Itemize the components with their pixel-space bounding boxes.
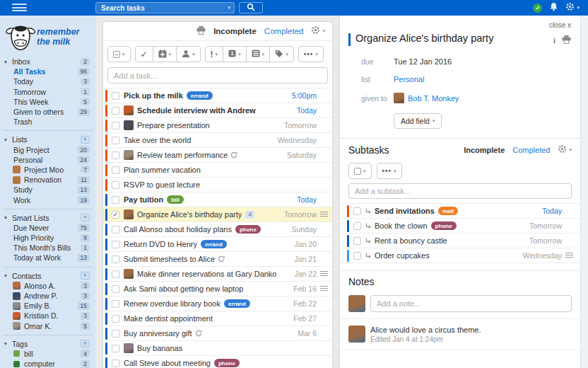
more-actions-button[interactable]: ••• ▾ (298, 46, 324, 62)
task-row[interactable]: ✓Organize Alice's birthday party4Tomorro… (103, 207, 332, 222)
tag-pill-errand[interactable]: errand (224, 299, 250, 308)
task-checkbox[interactable] (112, 285, 119, 293)
task-checkbox[interactable] (353, 207, 361, 215)
sidebar-item-today-at-work[interactable]: Today at Work13 (0, 253, 95, 263)
task-row[interactable]: Prepare presentationTomorrow (103, 118, 332, 133)
task-checkbox[interactable] (112, 330, 119, 338)
settings-menu[interactable]: ▾ (565, 1, 580, 14)
sidebar-item-project-moo[interactable]: Project Moo7 (0, 165, 95, 175)
subtask-row[interactable]: Rent a bouncy castleTomorrow (340, 234, 580, 248)
tag-pill-phone[interactable]: phone (214, 359, 240, 367)
collapse-caret-icon[interactable]: ▾ (4, 137, 11, 143)
print-icon[interactable] (562, 34, 571, 47)
task-checkbox[interactable] (353, 222, 361, 230)
app-logo[interactable]: remember the milk (0, 16, 95, 57)
add-field-button[interactable]: Add field ▾ (394, 113, 442, 129)
complete-task-button[interactable]: ✓ (135, 46, 153, 62)
search-options-caret-icon[interactable]: ▾ (228, 5, 230, 11)
task-row[interactable]: Make dinner reservations at Gary DankoJa… (103, 267, 332, 282)
task-checkbox[interactable] (112, 270, 119, 278)
task-row[interactable]: Call Steve about meetingphone (103, 356, 332, 368)
sidebar-item-work[interactable]: Work19 (0, 195, 95, 205)
sidebar-item-today[interactable]: Today3 (0, 76, 95, 86)
sidebar-item-renovation[interactable]: Renovation11 (0, 175, 95, 185)
subtask-more-actions-button[interactable]: ••• ▾ (377, 163, 402, 179)
sidebar-item-trash[interactable]: Trash (0, 117, 95, 127)
task-checkbox[interactable] (112, 92, 119, 100)
sidebar-item-study[interactable]: Study13 (0, 185, 95, 195)
tag-pill-errand[interactable]: errand (187, 91, 213, 100)
tag-pill-phone[interactable]: phone (431, 222, 457, 230)
sidebar-item-tomorrow[interactable]: Tomorrow1 (0, 87, 95, 97)
task-checkbox[interactable] (353, 237, 361, 245)
subtask-row[interactable]: Order cupcakesWednesday (340, 248, 580, 263)
task-row[interactable]: RSVP to guest lecture (103, 178, 332, 192)
collapse-caret-icon[interactable]: ▾ (4, 272, 11, 279)
task-checkbox[interactable] (112, 315, 119, 323)
sidebar-item-alonso-a[interactable]: Alonso A.3 (0, 281, 95, 291)
task-checkbox[interactable] (112, 360, 119, 367)
search-box[interactable]: ▾ (95, 2, 235, 13)
scrollbar-gutter[interactable] (580, 16, 588, 368)
postpone-button[interactable]: 1 ▾ (223, 46, 247, 62)
sidebar-item-personal[interactable]: Personal24 (0, 155, 95, 165)
task-checkbox[interactable] (112, 181, 119, 189)
sidebar-item-kristian-d[interactable]: Kristian D.3 (0, 311, 95, 321)
task-checkbox[interactable] (112, 255, 119, 263)
due-date-value[interactable]: Tue 12 Jan 2016 (394, 57, 452, 66)
notifications-bell-icon[interactable] (549, 1, 558, 14)
task-checkbox[interactable] (112, 151, 119, 159)
add-note-input[interactable] (370, 295, 572, 312)
tag-pill-bill[interactable]: bill (167, 195, 184, 204)
task-row[interactable]: Return DVD to HenryerrandJan 20 (103, 237, 332, 252)
task-row[interactable]: Take over the worldWednesday (103, 133, 332, 148)
task-checkbox[interactable] (112, 107, 119, 115)
task-row[interactable]: Make dentist appointmentFeb 27 (103, 311, 332, 326)
task-row[interactable]: Ask Sami about getting new laptopFeb 16 (103, 282, 332, 297)
sidebar-item-big-project[interactable]: Big Project20 (0, 145, 95, 155)
note-item[interactable]: Alice would love a circus theme. Edited … (340, 318, 580, 350)
set-due-date-button[interactable]: ▾ (153, 46, 177, 62)
tab-incomplete[interactable]: Incomplete (213, 27, 257, 35)
sidebar-section-inbox[interactable]: ▾Inbox2 (0, 57, 95, 67)
task-title[interactable]: Organize Alice's birthday party (355, 33, 553, 44)
list-value-link[interactable]: Personal (394, 75, 424, 84)
search-button[interactable] (239, 2, 263, 13)
sidebar-section-smart-lists[interactable]: ▾Smart Lists+ (0, 213, 95, 223)
tag-pill-phone[interactable]: phone (235, 225, 261, 234)
sidebar-item-high-priority[interactable]: High Priority8 (0, 233, 95, 243)
print-icon[interactable] (196, 25, 206, 38)
task-checkbox[interactable] (353, 252, 361, 260)
task-checkbox[interactable]: ✓ (112, 211, 119, 219)
collapse-caret-icon[interactable]: ▾ (4, 214, 11, 221)
subtask-row[interactable]: Book the clownphoneTomorrow (340, 219, 580, 234)
sidebar-item-andrew-p[interactable]: Andrew P.3 (0, 291, 95, 301)
subtasks-tab-completed[interactable]: Completed (512, 146, 550, 154)
task-checkbox[interactable] (112, 226, 119, 234)
task-checkbox[interactable] (112, 300, 119, 308)
sidebar-item-all-tasks[interactable]: All Tasks96 (0, 67, 95, 76)
add-tags-button[interactable]: + (81, 340, 90, 347)
sidebar-item-emily-b[interactable]: Emily B.15 (0, 301, 95, 311)
add-subtask-input[interactable] (348, 183, 572, 199)
sidebar-section-lists[interactable]: ▾Lists+ (0, 134, 95, 144)
sidebar-section-tags[interactable]: ▾Tags+ (0, 339, 95, 349)
task-row[interactable]: Buy anniversary giftMar 6 (103, 326, 332, 341)
task-checkbox[interactable] (112, 196, 119, 204)
task-checkbox[interactable] (112, 241, 119, 248)
collapse-caret-icon[interactable]: ▾ (4, 59, 11, 65)
subtasks-settings-menu[interactable]: ▾ (558, 144, 572, 156)
tag-pill-errand[interactable]: errand (201, 240, 227, 248)
menu-icon[interactable] (12, 4, 27, 12)
subtasks-tab-incomplete[interactable]: Incomplete (464, 146, 505, 154)
task-row[interactable]: Review team performanceSaturday (103, 148, 332, 163)
sidebar-item-omar-k[interactable]: Omar K.5 (0, 321, 95, 331)
search-input[interactable] (100, 4, 225, 13)
task-checkbox[interactable] (112, 137, 119, 144)
add-tag-button[interactable]: ▾ (270, 46, 294, 62)
list-settings-menu[interactable]: ▾ (311, 25, 325, 38)
add-lists-button[interactable]: + (81, 136, 90, 144)
task-checkbox[interactable] (112, 122, 119, 130)
task-row[interactable]: Plan summer vacation (103, 163, 332, 178)
collapse-caret-icon[interactable]: ▾ (4, 340, 11, 347)
